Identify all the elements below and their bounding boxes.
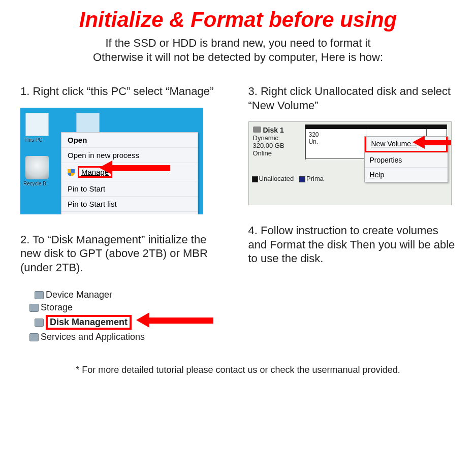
disk-management-icon xyxy=(35,319,44,327)
swatch-primary xyxy=(299,176,305,182)
volume-cell[interactable]: 320Un. xyxy=(305,129,366,160)
shield-icon xyxy=(68,169,75,176)
footnote: * For more detailed tutorial please cont… xyxy=(20,365,456,375)
tree-services[interactable]: Services and Applications xyxy=(20,331,178,343)
step-4-text: 4. Follow instruction to create volumes … xyxy=(248,224,456,266)
step-1-text: 1. Right click “this PC” select “Manage” xyxy=(20,84,228,99)
step-2-text: 2. To “Disk Management” initialize the n… xyxy=(20,233,228,275)
subtitle-line-1: If the SSD or HDD is brand new, you need… xyxy=(105,37,370,49)
menu-item-map-drive[interactable]: Map network drive... xyxy=(61,211,198,214)
disk-icon xyxy=(253,126,261,133)
tree-storage[interactable]: Storage xyxy=(20,301,178,314)
screenshot-step-2: Device Manager Storage Disk Management S… xyxy=(20,289,178,344)
menu-item-open-new[interactable]: Open in new process xyxy=(61,147,198,163)
menu-item-pin-start[interactable]: Pin to Start xyxy=(61,181,198,196)
page-title: Initialize & Format before using xyxy=(20,8,456,32)
disk-management-highlight: Disk Management xyxy=(46,315,132,330)
legend: Unallocated Prima xyxy=(252,175,324,182)
red-arrow-icon xyxy=(99,162,170,174)
services-icon xyxy=(29,333,39,341)
menu-item-pin-start-list[interactable]: Pin to Start list xyxy=(61,196,198,211)
red-arrow-icon xyxy=(412,137,452,148)
recycle-bin-icon xyxy=(25,156,49,179)
this-pc-icon xyxy=(25,113,49,136)
menu-item-help[interactable]: Help xyxy=(365,167,448,182)
disk-info-pane: Disk 1 Dynamic 320.00 GB Online xyxy=(253,126,304,157)
tree-device-manager[interactable]: Device Manager xyxy=(20,289,178,301)
swatch-unallocated xyxy=(252,176,258,182)
step-3-text: 3. Right click Unallocated disk and sele… xyxy=(248,84,456,112)
screenshot-step-3: Disk 1 Dynamic 320.00 GB Online 320Un. d… xyxy=(248,121,452,205)
desktop-label-recycle: Recycle B xyxy=(23,181,46,186)
desktop-label-this-pc: This PC xyxy=(24,137,43,143)
storage-icon xyxy=(29,304,39,312)
subtitle-line-2: Otherwise it will not be detected by com… xyxy=(93,51,383,64)
screenshot-step-1: This PC Recycle B Open Open in new proce… xyxy=(20,108,203,214)
device-manager-icon xyxy=(35,291,44,299)
menu-item-open[interactable]: Open xyxy=(61,133,198,147)
page-subtitle: If the SSD or HDD is brand new, you need… xyxy=(20,36,456,64)
menu-item-properties[interactable]: Properties xyxy=(365,152,448,167)
red-arrow-icon xyxy=(136,314,217,326)
